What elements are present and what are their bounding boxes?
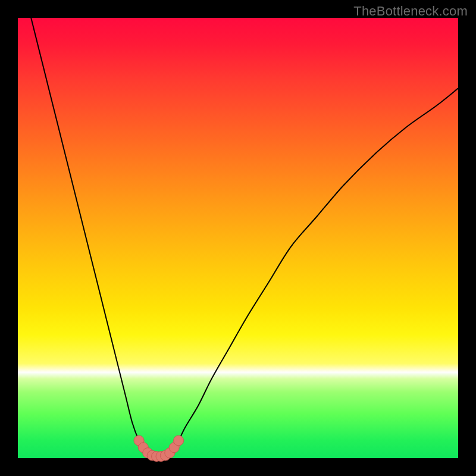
chart-frame: TheBottleneck.com [0,0,476,476]
left-curve [31,18,152,456]
right-curve [168,88,458,456]
watermark-text: TheBottleneck.com [353,4,468,19]
curve-overlay [18,18,458,458]
connector-marker [174,436,184,446]
